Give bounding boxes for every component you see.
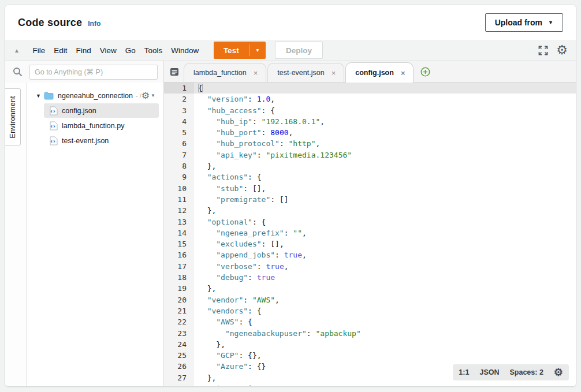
code-line[interactable]: 5 "hub_port": 8000, (164, 127, 576, 138)
tree-file-item[interactable]: test-event.json (44, 133, 159, 148)
line-number[interactable]: 21 (164, 305, 194, 316)
code-line[interactable]: 7 "api_key": "pixitmedia.123456" (164, 150, 576, 160)
code-line-content: }, (194, 339, 576, 350)
line-number[interactable]: 2 (164, 94, 194, 104)
close-icon[interactable]: × (252, 69, 259, 77)
code-line-content: "sites": [ (194, 383, 576, 386)
tree-file-item[interactable]: config.json (44, 103, 159, 118)
tab-list-icon[interactable] (170, 68, 179, 76)
line-number[interactable]: 17 (164, 261, 194, 272)
folder-caret-icon[interactable]: ▼ (36, 93, 44, 99)
code-line[interactable]: 12 }, (164, 205, 576, 216)
editor-tab[interactable]: config.json× (345, 62, 414, 83)
upload-from-button[interactable]: Upload from ▼ (485, 13, 563, 32)
line-number[interactable]: 23 (164, 328, 194, 339)
code-line[interactable]: 4 "hub_ip": "192.168.0.1", (164, 116, 576, 127)
code-line[interactable]: 19 }, (164, 283, 576, 294)
line-number[interactable]: 7 (164, 150, 194, 160)
code-line[interactable]: 25 "GCP": {}, (164, 350, 576, 361)
file-name: lambda_function.py (62, 122, 124, 130)
code-line[interactable]: 20 "vendor": "AWS", (164, 294, 576, 305)
menu-item[interactable]: Window (167, 46, 203, 55)
code-line[interactable]: 14 "ngenea_prefix": "", (164, 227, 576, 238)
collapse-panel-icon[interactable]: ▲ (5, 47, 28, 54)
line-number[interactable]: 10 (164, 183, 194, 194)
line-number[interactable]: 25 (164, 350, 194, 361)
code-line[interactable]: 23 "ngeneabackupuser": "apbackup" (164, 328, 576, 339)
menu-item[interactable]: Go (121, 46, 140, 55)
line-number[interactable]: 1 (164, 83, 194, 94)
syntax-mode[interactable]: JSON (479, 368, 499, 376)
line-number[interactable]: 4 (164, 116, 194, 127)
code-line[interactable]: 9 "actions": { (164, 171, 576, 182)
line-number[interactable]: 11 (164, 194, 194, 205)
line-number[interactable]: 24 (164, 339, 194, 350)
code-line[interactable]: 18 "debug": true (164, 272, 576, 283)
code-line[interactable]: 24 }, (164, 339, 576, 350)
code-line[interactable]: 15 "excludes": [], (164, 238, 576, 249)
code-line[interactable]: 28 "sites": [ (164, 383, 576, 386)
tab-label: config.json (355, 69, 394, 77)
code-line[interactable]: 21 "vendors": { (164, 305, 576, 316)
line-number[interactable]: 8 (164, 160, 194, 171)
test-dropdown-caret-icon[interactable]: ▼ (249, 42, 266, 59)
editor-tab[interactable]: test-event.json× (267, 63, 344, 82)
menu-item[interactable]: Find (72, 46, 95, 55)
code-area[interactable]: 1{2 "version": 1.0,3 "hub_access": {4 "h… (164, 83, 576, 386)
line-number[interactable]: 28 (164, 383, 194, 386)
line-number[interactable]: 19 (164, 283, 194, 294)
search-row (5, 61, 163, 83)
test-button[interactable]: Test ▼ (214, 42, 266, 59)
line-number[interactable]: 6 (164, 138, 194, 149)
line-number[interactable]: 3 (164, 105, 194, 116)
line-number[interactable]: 27 (164, 372, 194, 383)
line-number[interactable]: 18 (164, 272, 194, 283)
code-line[interactable]: 10 "stub": [], (164, 183, 576, 194)
editor-tabs: lambda_function×test-event.json×config.j… (184, 62, 415, 82)
code-line[interactable]: 2 "version": 1.0, (164, 94, 576, 104)
tree-folder-row[interactable]: ▼ ngeneahub_connection - / ⚙▼ (27, 88, 163, 103)
code-line[interactable]: 13 "optional": { (164, 216, 576, 227)
menu-item[interactable]: File (28, 46, 50, 55)
code-line[interactable]: 17 "verbose": true, (164, 261, 576, 272)
folder-settings-gear-icon[interactable]: ⚙▼ (141, 90, 155, 101)
line-number[interactable]: 14 (164, 227, 194, 238)
close-icon[interactable]: × (330, 69, 337, 77)
go-to-anything-input[interactable] (29, 65, 158, 80)
line-number[interactable]: 26 (164, 361, 194, 372)
menu-item[interactable]: Edit (50, 46, 72, 55)
new-tab-plus-icon[interactable] (420, 67, 430, 77)
info-link[interactable]: Info (88, 20, 100, 28)
menu-item[interactable]: View (95, 46, 121, 55)
indent-setting[interactable]: Spaces: 2 (509, 368, 543, 376)
code-line[interactable]: 8 }, (164, 160, 576, 171)
code-line[interactable]: 3 "hub_access": { (164, 105, 576, 116)
line-number[interactable]: 12 (164, 205, 194, 216)
editor-tab[interactable]: lambda_function× (184, 63, 266, 82)
file-tree: ▼ ngeneahub_connection - / ⚙▼ config.jso… (27, 83, 163, 386)
settings-gear-icon[interactable]: ⚙ (556, 44, 568, 57)
editor-statusbar: 1:1 JSON Spaces: 2 ⚙ (453, 364, 569, 380)
code-line[interactable]: 1{ (164, 83, 576, 94)
code-line-content: "hub_port": 8000, (194, 127, 576, 138)
line-number[interactable]: 5 (164, 127, 194, 138)
deploy-button[interactable]: Deploy (275, 42, 323, 59)
line-number[interactable]: 9 (164, 171, 194, 182)
cursor-position[interactable]: 1:1 (459, 368, 469, 376)
code-line[interactable]: 6 "hub_protocol": "http", (164, 138, 576, 149)
line-number[interactable]: 16 (164, 249, 194, 260)
tab-environment[interactable]: Environment (5, 88, 21, 145)
code-line[interactable]: 16 "append_jobs": true, (164, 249, 576, 260)
line-number[interactable]: 22 (164, 316, 194, 327)
code-line[interactable]: 22 "AWS": { (164, 316, 576, 327)
line-number[interactable]: 20 (164, 294, 194, 305)
line-number[interactable]: 15 (164, 238, 194, 249)
line-number[interactable]: 13 (164, 216, 194, 227)
tree-file-item[interactable]: lambda_function.py (44, 118, 159, 133)
editor-settings-gear-icon[interactable]: ⚙ (554, 367, 563, 378)
menu-item[interactable]: Tools (140, 46, 167, 55)
fullscreen-icon[interactable] (538, 46, 548, 55)
search-icon[interactable] (5, 67, 29, 77)
close-icon[interactable]: × (400, 69, 407, 77)
code-line[interactable]: 11 "premigrate": [] (164, 194, 576, 205)
